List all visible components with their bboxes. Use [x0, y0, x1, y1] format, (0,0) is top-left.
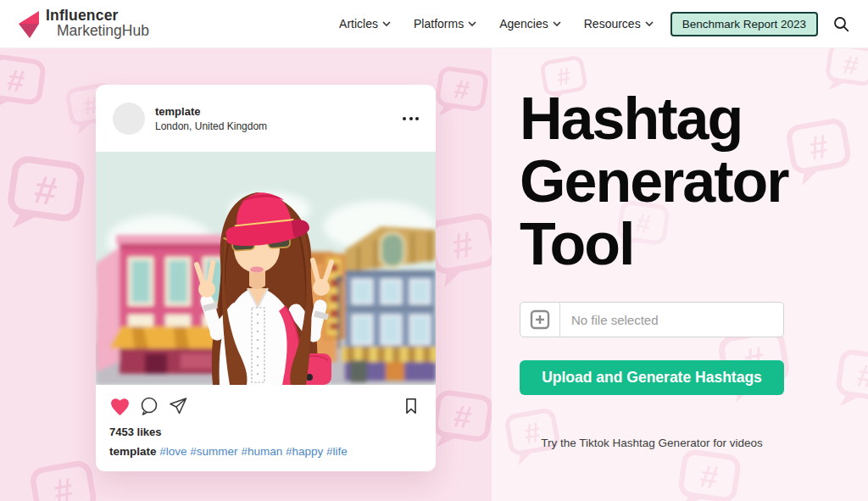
logo-line2: MarketingHub [46, 24, 149, 39]
nav-item-articles[interactable]: Articles [339, 17, 391, 31]
svg-text:#: # [452, 398, 474, 435]
share-button[interactable] [168, 396, 188, 416]
user-block: template London, United Kingdom [155, 105, 267, 132]
svg-text:#: # [842, 49, 860, 81]
post-illustration [96, 152, 436, 385]
heart-icon [109, 397, 131, 416]
comment-icon [139, 396, 159, 416]
upload-generate-button[interactable]: Upload and Generate Hashtags [520, 360, 784, 395]
left-panel: template London, United Kingdom [0, 48, 492, 501]
post-image [96, 152, 436, 385]
post-location: London, United Kingdom [155, 120, 267, 132]
chevron-down-icon [553, 21, 561, 26]
page-title: Hashtag Generator Tool [520, 87, 868, 276]
chevron-down-icon [468, 21, 476, 26]
paper-plane-icon [168, 396, 188, 416]
save-button[interactable] [402, 396, 420, 416]
site-header: Influencer MarketingHub Articles Platfor… [0, 0, 868, 48]
file-upload-field[interactable]: No file selected [520, 302, 784, 337]
nav-item-resources[interactable]: Resources [584, 17, 654, 31]
svg-text:#: # [5, 62, 27, 98]
hashtag-link[interactable]: #happy [286, 445, 323, 458]
search-button[interactable] [833, 16, 849, 32]
hashtag-link[interactable]: #life [326, 445, 348, 458]
post-header: template London, United Kingdom [96, 85, 436, 152]
likes-count: 7453 likes [96, 416, 436, 438]
title-line: Generator [520, 150, 868, 213]
hashtag-bubble-icon: # [672, 446, 745, 501]
search-icon [833, 16, 849, 32]
site-logo[interactable]: Influencer MarketingHub [17, 8, 149, 40]
instagram-post-card: template London, United Kingdom [96, 85, 436, 471]
svg-text:#: # [855, 358, 868, 394]
avatar [113, 103, 145, 135]
logo-arrow-icon [17, 8, 41, 40]
bookmark-icon [402, 396, 420, 416]
post-actions [96, 385, 436, 416]
nav-label: Platforms [414, 17, 464, 31]
nav-item-agencies[interactable]: Agencies [499, 17, 561, 31]
plus-square-icon [530, 309, 550, 330]
nav-item-platforms[interactable]: Platforms [414, 17, 476, 31]
hashtag-link[interactable]: #human [241, 445, 282, 458]
hashtag-bubble-icon: # [431, 64, 492, 125]
main-nav: Articles Platforms Agencies Resources [339, 17, 654, 31]
hashtag-link[interactable]: #summer [190, 445, 237, 458]
title-line: Hashtag [520, 87, 868, 150]
hashtag-bubble-icon: # [0, 51, 50, 120]
title-line: Tool [520, 213, 868, 276]
add-file-button[interactable] [520, 303, 560, 337]
nav-label: Agencies [499, 17, 548, 31]
hashtag-bubble-icon: # [426, 387, 492, 458]
logo-text: Influencer MarketingHub [46, 8, 149, 39]
chevron-down-icon [382, 21, 391, 26]
hashtag-bubble-icon: # [25, 457, 104, 501]
benchmark-report-button[interactable]: Benchmark Report 2023 [670, 12, 818, 36]
file-placeholder-text: No file selected [560, 313, 659, 327]
svg-text:#: # [449, 223, 476, 266]
hashtag-link[interactable]: #love [159, 445, 186, 458]
tiktok-generator-link[interactable]: Try the Tiktok Hashtag Generator for vid… [520, 437, 784, 449]
svg-text:#: # [31, 166, 59, 214]
comment-button[interactable] [139, 396, 159, 416]
svg-text:#: # [452, 74, 471, 106]
svg-text:#: # [51, 470, 76, 501]
like-button[interactable] [109, 397, 131, 416]
nav-label: Resources [584, 17, 641, 31]
chevron-down-icon [645, 21, 654, 26]
hashtag-bubble-icon: # [0, 152, 90, 242]
hashtag-bubble-icon: # [830, 346, 868, 417]
post-caption: template #love #summer #human #happy #li… [96, 438, 436, 471]
svg-text:#: # [698, 458, 721, 496]
post-menu-button[interactable] [403, 112, 419, 125]
right-panel: Hashtag Generator Tool No file selected … [492, 48, 868, 501]
caption-username: template [109, 445, 157, 458]
nav-label: Articles [339, 17, 378, 31]
post-username: template [155, 105, 267, 118]
main-content: template London, United Kingdom [0, 48, 868, 501]
